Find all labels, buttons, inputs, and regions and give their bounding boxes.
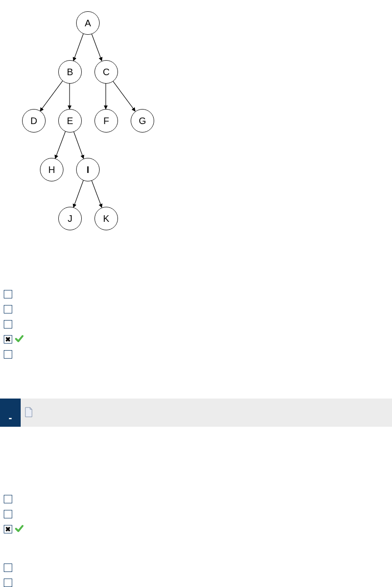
tree-node-e: E	[58, 109, 82, 133]
answer-option[interactable]	[4, 319, 12, 330]
separator-tab-label: -	[8, 412, 12, 424]
separator-tab[interactable]: -	[0, 399, 21, 427]
checkbox-icon	[4, 305, 12, 313]
checkbox-icon	[4, 350, 12, 359]
answer-option[interactable]	[4, 562, 12, 573]
edge-i-j	[73, 180, 84, 208]
answer-option[interactable]	[4, 577, 12, 587]
edge-i-k	[91, 180, 102, 208]
answer-option[interactable]	[4, 289, 12, 300]
answer-option[interactable]: ✖	[4, 524, 24, 535]
checkbox-icon	[4, 510, 12, 518]
tree-node-d: D	[22, 109, 46, 133]
tree-node-k: K	[94, 207, 118, 230]
answer-option[interactable]: ✖	[4, 334, 24, 345]
answer-option[interactable]	[4, 304, 12, 315]
checkbox-icon	[4, 495, 12, 503]
answer-option[interactable]	[4, 509, 12, 520]
tree-node-a: A	[76, 11, 100, 35]
edge-c-g	[112, 80, 135, 111]
tree-node-g: G	[131, 109, 154, 133]
checkbox-icon	[4, 290, 12, 298]
tree-node-c: C	[94, 60, 118, 84]
correct-tick-icon	[15, 524, 24, 534]
checkbox-icon	[4, 579, 12, 587]
checkbox-checked-icon: ✖	[4, 525, 12, 533]
edge-e-i	[73, 131, 84, 159]
tree-node-j: J	[58, 207, 82, 230]
page-icon	[24, 407, 33, 419]
correct-tick-icon	[15, 335, 24, 344]
tree-node-i: I	[76, 158, 100, 181]
tree-node-b: B	[58, 60, 82, 84]
tree-node-f: F	[94, 109, 118, 133]
edge-a-c	[91, 33, 102, 61]
edge-e-h	[55, 131, 65, 159]
checkbox-icon	[4, 320, 12, 329]
tree-node-h: H	[40, 158, 63, 181]
answer-option[interactable]	[4, 349, 12, 360]
checkbox-checked-icon: ✖	[4, 335, 12, 344]
section-separator: -	[0, 399, 392, 427]
edge-a-b	[73, 33, 84, 61]
edge-b-d	[40, 80, 63, 111]
checkbox-icon	[4, 564, 12, 572]
answer-option[interactable]	[4, 493, 12, 505]
